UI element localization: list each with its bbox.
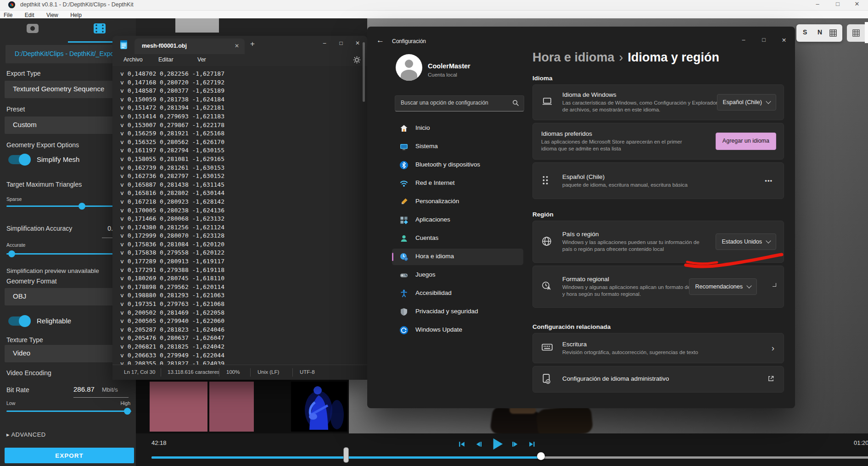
advanced-expander[interactable]: ▸ ADVANCED — [6, 431, 46, 438]
sidebar-item-cuentas[interactable]: Cuentas — [392, 230, 523, 247]
chevron-down-icon — [766, 99, 771, 104]
card-description: Las aplicaciones de Microsoft Store apar… — [541, 139, 697, 152]
settings-card[interactable]: País o regiónWindows y las aplicaciones … — [532, 221, 784, 263]
menu-file[interactable]: File — [4, 12, 12, 18]
back-arrow-icon[interactable]: ← — [376, 36, 384, 45]
grid-icon[interactable] — [829, 29, 837, 37]
skip-to-end-button[interactable] — [527, 440, 536, 449]
timeline-marker-handle[interactable] — [343, 447, 349, 463]
menu-archivo[interactable]: Archivo — [123, 56, 143, 63]
simplify-mesh-toggle[interactable] — [8, 155, 29, 164]
timeline-scrubber[interactable] — [151, 456, 868, 459]
sequence-tab[interactable] — [93, 23, 106, 36]
sidebar-item-label: Hora e idioma — [415, 253, 454, 260]
breadcrumb: Hora e idioma›Idioma y región — [532, 50, 784, 65]
regional-format-icon — [541, 281, 553, 293]
notepad-tab[interactable]: mesh-f00001.obj ✕ — [134, 39, 245, 54]
sidebar-item-personalizaci-n[interactable]: Personalización — [392, 194, 523, 210]
relightable-toggle[interactable] — [8, 316, 29, 326]
settings-card[interactable]: EscrituraRevisión ortográfica, autocorre… — [532, 333, 784, 363]
menu-help[interactable]: Help — [70, 12, 82, 18]
settings-card[interactable]: Español (Chile)paquete de idioma, escrit… — [532, 162, 784, 199]
selected-indicator — [392, 253, 393, 261]
sidebar-item-bluetooth-y-dispositivos[interactable]: Bluetooth y dispositivos — [392, 157, 523, 173]
depth-preview-thumbnail[interactable] — [291, 382, 347, 432]
gaming-icon — [399, 271, 409, 280]
notepad-text-area[interactable]: v 0,148702 0,282256 -1,627187 v 0,147168… — [112, 66, 367, 365]
settings-card[interactable]: Idioma de WindowsLas características de … — [532, 84, 784, 120]
new-tab-button[interactable]: + — [250, 39, 255, 49]
dropdown-formato-regional[interactable]: Recomendaciones — [689, 278, 757, 295]
target-triangles-label: Target Maximum Triangles — [6, 181, 82, 188]
windows-update-icon — [399, 326, 409, 335]
sidebar-item-red-e-internet[interactable]: Red e Internet — [392, 175, 523, 192]
line-ending[interactable]: Unix (LF) — [258, 369, 279, 375]
chevron-down-icon — [766, 238, 771, 243]
laptop-icon — [541, 96, 553, 108]
user-name: CoolerMaster — [428, 62, 470, 70]
texture-type-label: Texture Type — [6, 336, 43, 344]
notepad-minimize-button[interactable]: – — [317, 40, 332, 46]
grid-icon[interactable] — [852, 29, 860, 37]
notepad-tab-title: mesh-f00001.obj — [142, 43, 187, 49]
sidebar-item-windows-update[interactable]: Windows Update — [392, 322, 523, 338]
user-avatar[interactable] — [396, 54, 422, 81]
menu-ver[interactable]: Ver — [197, 56, 206, 63]
dropdown-value: Recomendaciones — [695, 283, 743, 290]
sparse-label: Sparse — [6, 196, 22, 202]
card-text: Idioma de WindowsLas características de … — [562, 91, 718, 113]
sidebar-item-sistema[interactable]: Sistema — [392, 139, 523, 155]
sidebar-item-juegos[interactable]: Juegos — [392, 267, 523, 283]
app-maximize-button[interactable]: □ — [829, 0, 847, 7]
home-icon — [399, 124, 409, 133]
sidebar-item-inicio[interactable]: Inicio — [392, 120, 523, 137]
settings-card[interactable]: Idiomas preferidosLas aplicaciones de Mi… — [532, 123, 784, 160]
step-back-button[interactable] — [474, 440, 483, 449]
settings-card[interactable]: Configuración de idioma administrativo — [532, 366, 784, 393]
add-language-button[interactable]: Agregar un idioma — [716, 133, 776, 150]
export-button[interactable]: EXPORT — [5, 448, 134, 463]
sidebar-item-label: Personalización — [415, 198, 459, 205]
settings-window-title: Configuración — [392, 38, 426, 44]
sidebar-item-privacidad-y-seguridad[interactable]: Privacidad y seguridad — [392, 304, 523, 320]
app-close-button[interactable]: ✕ — [848, 0, 866, 7]
menu-editar[interactable]: Editar — [158, 56, 174, 63]
encoding[interactable]: UTF-8 — [300, 369, 315, 375]
clip-thumbnail-strip[interactable] — [136, 380, 349, 434]
video-thumbnail[interactable] — [150, 382, 207, 432]
breadcrumb-parent[interactable]: Hora e idioma — [532, 50, 615, 64]
play-button[interactable] — [490, 437, 505, 452]
settings-search-input[interactable]: Buscar una opción de configuración — [395, 95, 524, 111]
dropdown-pa-s-o-regi-n[interactable]: Estados Unidos — [716, 233, 776, 250]
app-minimize-button[interactable]: – — [808, 0, 827, 7]
skip-to-start-button[interactable] — [457, 440, 466, 449]
camera-tab[interactable] — [26, 23, 39, 36]
toolbar-n-button[interactable]: N — [818, 28, 822, 36]
simplification-accuracy-label: Simplification Accuracy — [6, 225, 72, 232]
zoom-level[interactable]: 100% — [226, 369, 240, 375]
video-thumbnail[interactable] — [209, 382, 254, 432]
notepad-maximize-button[interactable]: □ — [333, 40, 349, 46]
step-forward-button[interactable] — [510, 440, 520, 449]
toolbar-s-button[interactable]: S — [803, 28, 807, 36]
sidebar-item-label: Privacidad y seguridad — [415, 308, 478, 315]
expand-chevron-icon[interactable] — [773, 283, 776, 287]
bit-rate-value[interactable]: 286.87 — [73, 385, 95, 393]
more-options-icon[interactable]: ••• — [765, 178, 773, 184]
bit-rate-slider[interactable] — [6, 411, 131, 412]
sidebar-item-accesibilidad[interactable]: Accesibilidad — [392, 285, 523, 302]
menu-edit[interactable]: Edit — [25, 12, 34, 18]
card-title: País o región — [562, 231, 707, 238]
notepad-scrollbar[interactable] — [363, 42, 365, 102]
card-description: Windows y las aplicaciones pueden usar t… — [562, 239, 707, 253]
settings-card[interactable]: Formato regionalWindows y algunas aplica… — [532, 266, 784, 308]
timeline-bar: 42:18 01:20:0 — [136, 433, 868, 466]
dropdown-idioma-de-windows[interactable]: Español (Chile) — [717, 94, 776, 111]
settings-gear-icon[interactable] — [353, 56, 361, 64]
sidebar-item-hora-e-idioma[interactable]: Hora e idioma — [392, 249, 523, 265]
menu-view[interactable]: View — [46, 12, 58, 18]
timeline-playhead[interactable] — [537, 452, 545, 460]
tab-close-icon[interactable]: ✕ — [235, 43, 239, 49]
sidebar-item-label: Juegos — [415, 271, 436, 278]
sidebar-item-aplicaciones[interactable]: Aplicaciones — [392, 212, 523, 228]
